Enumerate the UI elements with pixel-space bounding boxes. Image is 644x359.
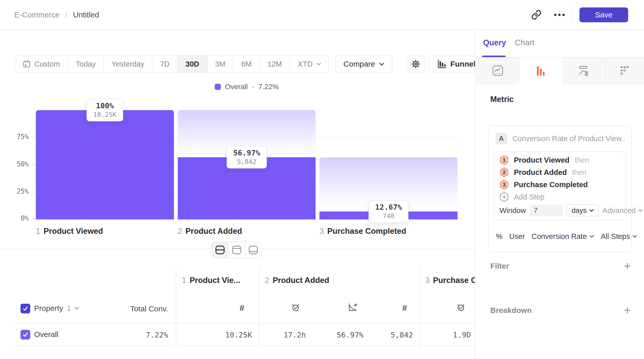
- compare-label: Compare: [344, 60, 375, 68]
- range-xtd[interactable]: XTD: [290, 56, 329, 72]
- query-step-3[interactable]: 3 Purchase Completed: [494, 178, 626, 191]
- measure-row: % User Conversion Rate All Steps: [489, 220, 631, 252]
- range-today[interactable]: Today: [68, 56, 104, 72]
- window-value-input[interactable]: [529, 205, 563, 216]
- range-custom[interactable]: Custom: [15, 56, 68, 72]
- chart-settings-button[interactable]: [407, 55, 425, 73]
- report-panel: Custom Today Yesterday 7D 30D 3M 6M 12M …: [0, 30, 475, 359]
- tooltip-percent: 12.67%: [375, 203, 402, 212]
- query-step-1[interactable]: 1 Product Viewed then: [494, 154, 626, 166]
- window-unit-dropdown[interactable]: days: [566, 204, 599, 217]
- range-yesterday[interactable]: Yesterday: [104, 56, 152, 72]
- table-row-label: Overall: [34, 330, 58, 339]
- add-step-label: Add Step: [514, 193, 544, 201]
- compare-button[interactable]: Compare: [335, 55, 392, 73]
- conv-rate-column-header[interactable]: [312, 302, 358, 312]
- bottom-panel-icon: [248, 245, 258, 255]
- query-step-name: Product Added: [514, 168, 567, 177]
- avg-time-column-header[interactable]: [259, 302, 300, 312]
- sidebar-tabs: Query Chart: [476, 30, 644, 58]
- flows-icon: [578, 65, 589, 77]
- range-label: 6M: [241, 60, 252, 68]
- analysis-type-flows[interactable]: [562, 58, 605, 84]
- count-column-header[interactable]: #: [370, 303, 407, 313]
- topbar-actions: Save: [528, 0, 628, 29]
- y-axis-label-50: 50%: [6, 160, 29, 168]
- layout-chart-only-button[interactable]: [228, 242, 245, 258]
- chevron-down-icon: [379, 62, 384, 66]
- cell-step2-conv: 56.97%: [312, 331, 363, 339]
- cell-total-conv: 7.22%: [102, 331, 168, 339]
- y-tick: [32, 219, 35, 219]
- layout-split-button[interactable]: [212, 242, 228, 258]
- filter-heading: Filter: [490, 262, 509, 270]
- tab-query[interactable]: Query: [483, 38, 506, 47]
- range-label: 7D: [160, 60, 170, 68]
- legend-series-label: Overall: [225, 83, 248, 91]
- funnel-bar-product-viewed[interactable]: 100% 10.25K: [36, 110, 174, 219]
- metric-title-row[interactable]: A Conversion Rate of Product View...: [489, 126, 631, 151]
- tooltip-count: 10.25K: [93, 111, 116, 118]
- funnel-bar-product-added[interactable]: 56.97% 5,842: [178, 110, 316, 219]
- cell-step2-time: 17.2h: [259, 331, 306, 339]
- step-label-2: 2 Product Added: [178, 227, 316, 236]
- funnel-steps-card: 1 Product Viewed then 2 Product Added th…: [493, 151, 627, 220]
- step-number: 2: [265, 276, 269, 285]
- analysis-type-insights[interactable]: [476, 58, 520, 84]
- advanced-dropdown[interactable]: Advanced: [603, 206, 643, 215]
- more-options-button[interactable]: [551, 7, 568, 23]
- tooltip-count: 5,842: [233, 158, 260, 165]
- tab-chart[interactable]: Chart: [515, 38, 534, 47]
- measure-scope-dropdown[interactable]: All Steps: [601, 232, 637, 241]
- bar-value-tooltip: 56.97% 5,842: [227, 146, 267, 168]
- range-3m[interactable]: 3M: [207, 56, 234, 72]
- check-icon: [23, 332, 28, 337]
- y-tick: [32, 165, 35, 165]
- chevron-down-icon: [75, 307, 79, 310]
- uniques-column-header[interactable]: #: [176, 303, 244, 313]
- range-label: 30D: [185, 60, 199, 68]
- chevron-down-icon: [316, 62, 321, 66]
- range-30d-selected[interactable]: 30D: [178, 56, 207, 72]
- analysis-type-retention[interactable]: [605, 58, 644, 84]
- add-step-button[interactable]: Add Step: [494, 191, 626, 203]
- svg-text:3: 3: [503, 182, 506, 187]
- measure-user-dropdown[interactable]: User: [509, 232, 525, 241]
- breadcrumb-project[interactable]: E-Commerce: [14, 10, 60, 19]
- save-button[interactable]: Save: [579, 7, 628, 22]
- svg-text:1: 1: [503, 157, 506, 163]
- add-breakdown-button[interactable]: [623, 306, 632, 315]
- cell-step2-count: 5,842: [370, 331, 413, 339]
- avg-time-column-header-step3[interactable]: [419, 302, 466, 312]
- layout-table-only-button[interactable]: [245, 242, 262, 258]
- analysis-type-funnels-selected[interactable]: [520, 58, 562, 84]
- retention-dots-icon: [619, 65, 631, 77]
- step-number: 1: [182, 276, 186, 285]
- range-12m[interactable]: 12M: [260, 56, 290, 72]
- funnel-bar-purchase-completed[interactable]: 12.67% 740: [319, 110, 458, 219]
- step-number: 2: [178, 227, 182, 236]
- select-all-checkbox[interactable]: [20, 304, 30, 313]
- share-link-button[interactable]: [528, 7, 545, 23]
- chart-legend[interactable]: Overall · 7.22%: [36, 83, 458, 91]
- range-7d[interactable]: 7D: [152, 56, 178, 72]
- measure-type-dropdown[interactable]: Conversion Rate: [532, 232, 594, 241]
- query-sidebar: Query Chart: [476, 30, 644, 359]
- breadcrumb-title[interactable]: Untitled: [73, 10, 99, 19]
- row-checkbox-overall[interactable]: [20, 330, 30, 340]
- property-column-header[interactable]: Property 1: [34, 304, 79, 313]
- add-filter-button[interactable]: [623, 262, 632, 270]
- add-step-hexagon-icon: [500, 192, 509, 202]
- breakdown-heading: Breakdown: [490, 306, 532, 315]
- chart-type-button[interactable]: Funnel Steps: [429, 55, 475, 73]
- metric-card: A Conversion Rate of Product View... 1 P…: [488, 125, 632, 253]
- funnel-bars: 100% 10.25K 56.97% 5,842 12.: [36, 110, 458, 219]
- y-tick: [32, 192, 35, 192]
- range-6m[interactable]: 6M: [234, 56, 260, 72]
- step-name: Product Vie...: [190, 276, 240, 285]
- query-step-2[interactable]: 2 Product Added then: [494, 166, 626, 178]
- table-header-step-3: 3 Purchase C: [425, 276, 475, 285]
- breakdown-section: Breakdown: [490, 306, 632, 315]
- funnel-analysis-app: E-Commerce / Untitled: [0, 0, 644, 359]
- property-label: Property: [34, 304, 63, 313]
